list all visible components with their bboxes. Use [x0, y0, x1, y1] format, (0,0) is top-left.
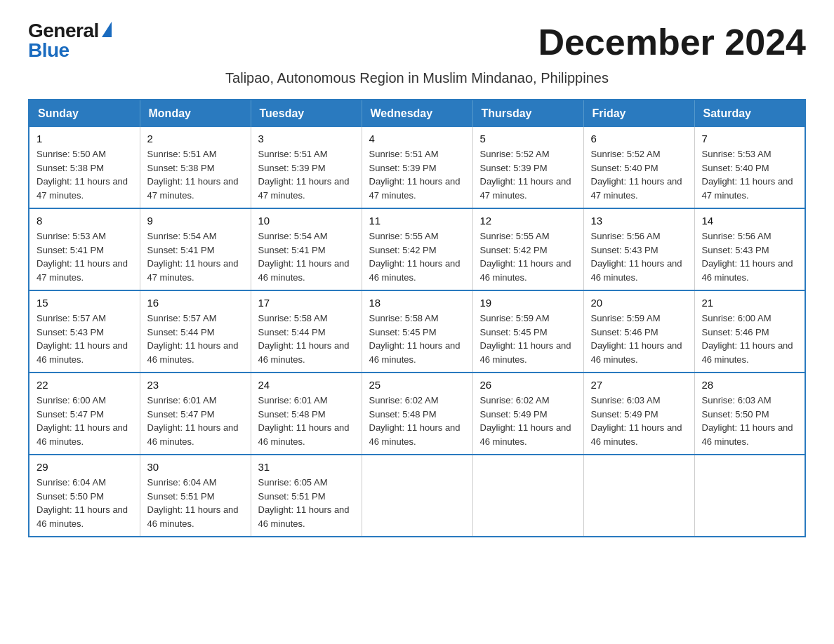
day-info: Sunrise: 6:00 AMSunset: 5:46 PMDaylight:… [702, 311, 798, 366]
day-info: Sunrise: 5:51 AMSunset: 5:39 PMDaylight:… [369, 147, 465, 202]
day-info: Sunrise: 5:52 AMSunset: 5:40 PMDaylight:… [591, 147, 687, 202]
calendar-cell: 12 Sunrise: 5:55 AMSunset: 5:42 PMDaylig… [472, 208, 583, 290]
calendar-cell: 9 Sunrise: 5:54 AMSunset: 5:41 PMDayligh… [140, 208, 251, 290]
calendar-week-row: 1 Sunrise: 5:50 AMSunset: 5:38 PMDayligh… [29, 127, 805, 208]
calendar-cell: 23 Sunrise: 6:01 AMSunset: 5:47 PMDaylig… [140, 373, 251, 455]
calendar-header-wednesday: Wednesday [362, 100, 472, 127]
calendar-header-monday: Monday [140, 100, 251, 127]
day-info: Sunrise: 6:05 AMSunset: 5:51 PMDaylight:… [258, 476, 355, 530]
day-info: Sunrise: 5:57 AMSunset: 5:43 PMDaylight:… [37, 311, 133, 366]
calendar-header-friday: Friday [583, 100, 694, 127]
day-info: Sunrise: 5:59 AMSunset: 5:46 PMDaylight:… [591, 311, 687, 366]
day-info: Sunrise: 6:00 AMSunset: 5:47 PMDaylight:… [37, 394, 133, 448]
calendar-header-saturday: Saturday [694, 100, 805, 127]
calendar-cell [472, 455, 583, 537]
calendar-cell: 15 Sunrise: 5:57 AMSunset: 5:43 PMDaylig… [29, 290, 140, 373]
day-number: 17 [258, 297, 355, 309]
day-number: 25 [369, 379, 465, 391]
day-number: 7 [702, 133, 798, 145]
calendar-cell: 22 Sunrise: 6:00 AMSunset: 5:47 PMDaylig… [29, 373, 140, 455]
day-info: Sunrise: 5:58 AMSunset: 5:44 PMDaylight:… [258, 311, 355, 366]
day-number: 14 [702, 215, 798, 227]
calendar-cell: 19 Sunrise: 5:59 AMSunset: 5:45 PMDaylig… [472, 290, 583, 373]
day-number: 4 [369, 133, 465, 145]
day-number: 9 [147, 215, 244, 227]
calendar-cell: 6 Sunrise: 5:52 AMSunset: 5:40 PMDayligh… [583, 127, 694, 208]
calendar-week-row: 29 Sunrise: 6:04 AMSunset: 5:50 PMDaylig… [29, 455, 805, 537]
day-number: 6 [591, 133, 687, 145]
day-number: 16 [147, 297, 244, 309]
calendar-cell: 21 Sunrise: 6:00 AMSunset: 5:46 PMDaylig… [694, 290, 805, 373]
calendar-cell: 16 Sunrise: 5:57 AMSunset: 5:44 PMDaylig… [140, 290, 251, 373]
day-info: Sunrise: 5:51 AMSunset: 5:39 PMDaylight:… [258, 147, 355, 202]
calendar-cell: 28 Sunrise: 6:03 AMSunset: 5:50 PMDaylig… [694, 373, 805, 455]
calendar-cell [694, 455, 805, 537]
calendar-cell: 30 Sunrise: 6:04 AMSunset: 5:51 PMDaylig… [140, 455, 251, 537]
calendar-cell: 10 Sunrise: 5:54 AMSunset: 5:41 PMDaylig… [251, 208, 362, 290]
calendar-cell: 14 Sunrise: 5:56 AMSunset: 5:43 PMDaylig… [694, 208, 805, 290]
calendar-cell: 5 Sunrise: 5:52 AMSunset: 5:39 PMDayligh… [472, 127, 583, 208]
calendar-table: SundayMondayTuesdayWednesdayThursdayFrid… [28, 99, 806, 537]
calendar-header-thursday: Thursday [472, 100, 583, 127]
day-number: 30 [147, 461, 244, 473]
day-info: Sunrise: 5:56 AMSunset: 5:43 PMDaylight:… [591, 229, 687, 284]
calendar-cell [362, 455, 472, 537]
calendar-cell: 2 Sunrise: 5:51 AMSunset: 5:38 PMDayligh… [140, 127, 251, 208]
day-info: Sunrise: 6:02 AMSunset: 5:48 PMDaylight:… [369, 394, 465, 448]
day-info: Sunrise: 5:58 AMSunset: 5:45 PMDaylight:… [369, 311, 465, 366]
day-number: 26 [480, 379, 576, 391]
day-number: 1 [37, 133, 133, 145]
day-number: 27 [591, 379, 687, 391]
day-number: 5 [480, 133, 576, 145]
calendar-cell: 18 Sunrise: 5:58 AMSunset: 5:45 PMDaylig… [362, 290, 472, 373]
calendar-cell: 24 Sunrise: 6:01 AMSunset: 5:48 PMDaylig… [251, 373, 362, 455]
day-number: 20 [591, 297, 687, 309]
day-info: Sunrise: 5:54 AMSunset: 5:41 PMDaylight:… [147, 229, 244, 284]
day-info: Sunrise: 5:55 AMSunset: 5:42 PMDaylight:… [480, 229, 576, 284]
day-number: 12 [480, 215, 576, 227]
day-number: 23 [147, 379, 244, 391]
day-info: Sunrise: 5:55 AMSunset: 5:42 PMDaylight:… [369, 229, 465, 284]
calendar-header-sunday: Sunday [29, 100, 140, 127]
day-number: 2 [147, 133, 244, 145]
day-number: 29 [37, 461, 133, 473]
calendar-header-tuesday: Tuesday [251, 100, 362, 127]
day-info: Sunrise: 6:03 AMSunset: 5:49 PMDaylight:… [591, 394, 687, 448]
day-info: Sunrise: 5:52 AMSunset: 5:39 PMDaylight:… [480, 147, 576, 202]
calendar-cell: 29 Sunrise: 6:04 AMSunset: 5:50 PMDaylig… [29, 455, 140, 537]
calendar-cell: 8 Sunrise: 5:53 AMSunset: 5:41 PMDayligh… [29, 208, 140, 290]
day-info: Sunrise: 6:04 AMSunset: 5:50 PMDaylight:… [37, 476, 133, 530]
calendar-cell: 25 Sunrise: 6:02 AMSunset: 5:48 PMDaylig… [362, 373, 472, 455]
day-info: Sunrise: 6:03 AMSunset: 5:50 PMDaylight:… [702, 394, 798, 448]
day-number: 22 [37, 379, 133, 391]
subtitle: Talipao, Autonomous Region in Muslim Min… [28, 70, 806, 86]
calendar-cell [583, 455, 694, 537]
day-info: Sunrise: 5:50 AMSunset: 5:38 PMDaylight:… [37, 147, 133, 202]
day-number: 15 [37, 297, 133, 309]
logo: General Blue [28, 21, 112, 60]
day-info: Sunrise: 6:01 AMSunset: 5:48 PMDaylight:… [258, 394, 355, 448]
day-number: 10 [258, 215, 355, 227]
calendar-week-row: 8 Sunrise: 5:53 AMSunset: 5:41 PMDayligh… [29, 208, 805, 290]
calendar-cell: 17 Sunrise: 5:58 AMSunset: 5:44 PMDaylig… [251, 290, 362, 373]
day-number: 28 [702, 379, 798, 391]
day-info: Sunrise: 6:04 AMSunset: 5:51 PMDaylight:… [147, 476, 244, 530]
day-number: 11 [369, 215, 465, 227]
day-number: 3 [258, 133, 355, 145]
calendar-cell: 31 Sunrise: 6:05 AMSunset: 5:51 PMDaylig… [251, 455, 362, 537]
calendar-cell: 1 Sunrise: 5:50 AMSunset: 5:38 PMDayligh… [29, 127, 140, 208]
day-number: 24 [258, 379, 355, 391]
day-info: Sunrise: 5:53 AMSunset: 5:41 PMDaylight:… [37, 229, 133, 284]
day-info: Sunrise: 5:51 AMSunset: 5:38 PMDaylight:… [147, 147, 244, 202]
day-info: Sunrise: 6:01 AMSunset: 5:47 PMDaylight:… [147, 394, 244, 448]
day-number: 18 [369, 297, 465, 309]
calendar-cell: 3 Sunrise: 5:51 AMSunset: 5:39 PMDayligh… [251, 127, 362, 208]
calendar-cell: 13 Sunrise: 5:56 AMSunset: 5:43 PMDaylig… [583, 208, 694, 290]
logo-general-text: General [28, 21, 99, 41]
page-title: December 2024 [538, 21, 806, 63]
day-info: Sunrise: 6:02 AMSunset: 5:49 PMDaylight:… [480, 394, 576, 448]
day-number: 13 [591, 215, 687, 227]
day-info: Sunrise: 5:56 AMSunset: 5:43 PMDaylight:… [702, 229, 798, 284]
calendar-cell: 11 Sunrise: 5:55 AMSunset: 5:42 PMDaylig… [362, 208, 472, 290]
calendar-week-row: 15 Sunrise: 5:57 AMSunset: 5:43 PMDaylig… [29, 290, 805, 373]
